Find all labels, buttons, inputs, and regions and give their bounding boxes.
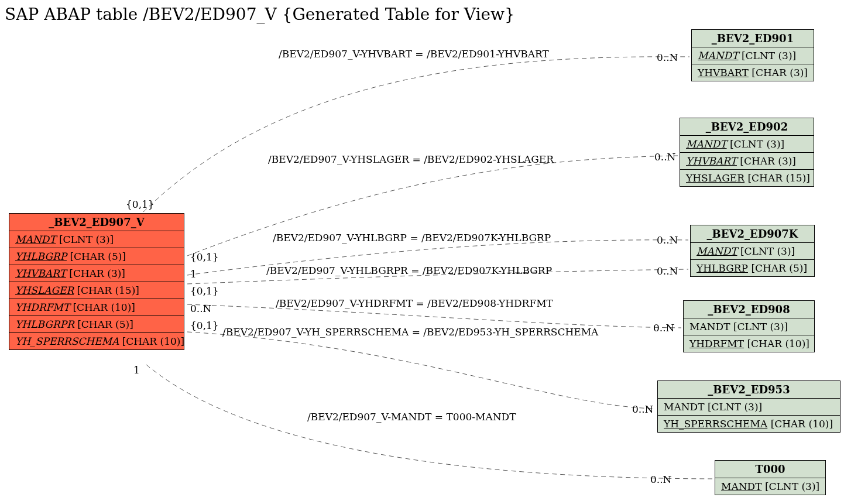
page-title: SAP ABAP table /BEV2/ED907_V {Generated …: [5, 5, 515, 24]
card-source: {0,1}: [190, 251, 219, 263]
entity-header: T000: [715, 461, 825, 478]
edge-label: /BEV2/ED907_V-YHDRFMT = /BEV2/ED908-YHDR…: [276, 297, 553, 309]
card-source: 1: [133, 364, 140, 376]
card-target: 0..N: [650, 474, 672, 485]
entity-row: YH_SPERRSCHEMA [CHAR (10)]: [658, 416, 840, 432]
card-source: {0,1}: [190, 320, 219, 331]
edge-label: /BEV2/ED907_V-MANDT = T000-MANDT: [307, 411, 516, 423]
card-target: 0..N: [657, 265, 678, 277]
entity-header: _BEV2_ED908: [684, 301, 814, 318]
entity-row: MANDT [CLNT (3)]: [658, 399, 840, 416]
card-source: {0,1}: [190, 285, 219, 297]
entity-ed908: _BEV2_ED908 MANDT [CLNT (3)] YHDRFMT [CH…: [683, 300, 815, 352]
entity-main-row: YHLBGRP [CHAR (5)]: [9, 248, 184, 265]
entity-ed907k: _BEV2_ED907K MANDT [CLNT (3)] YHLBGRP [C…: [690, 225, 815, 277]
entity-ed902: _BEV2_ED902 MANDT [CLNT (3)] YHVBART [CH…: [680, 118, 814, 187]
entity-main-row: MANDT [CLNT (3)]: [9, 231, 184, 248]
entity-row: MANDT [CLNT (3)]: [691, 243, 814, 260]
card-source: {0,1}: [126, 198, 155, 210]
entity-ed901: _BEV2_ED901 MANDT [CLNT (3)] YHVBART [CH…: [691, 29, 814, 81]
card-source: 0..N: [190, 303, 212, 314]
entity-row: MANDT [CLNT (3)]: [680, 136, 814, 153]
entity-header: _BEV2_ED907K: [691, 225, 814, 243]
entity-main-row: YH_SPERRSCHEMA [CHAR (10)]: [9, 333, 184, 349]
entity-row: YHVBART [CHAR (3)]: [692, 64, 814, 81]
card-source: 1: [190, 268, 197, 280]
edge-label: /BEV2/ED907_V-YHLBGRPR = /BEV2/ED907K-YH…: [266, 265, 552, 276]
entity-main-row: YHVBART [CHAR (3)]: [9, 265, 184, 282]
entity-main-header: _BEV2_ED907_V: [9, 214, 184, 231]
entity-row: YHVBART [CHAR (3)]: [680, 153, 814, 170]
entity-header: _BEV2_ED953: [658, 381, 840, 399]
edge-label: /BEV2/ED907_V-YHSLAGER = /BEV2/ED902-YHS…: [268, 153, 554, 165]
entity-header: _BEV2_ED901: [692, 30, 814, 47]
entity-row: MANDT [CLNT (3)]: [692, 47, 814, 64]
entity-main-row: YHDRFMT [CHAR (10)]: [9, 299, 184, 316]
entity-main: _BEV2_ED907_V MANDT [CLNT (3)] YHLBGRP […: [9, 213, 184, 350]
entity-ed953: _BEV2_ED953 MANDT [CLNT (3)] YH_SPERRSCH…: [657, 380, 840, 433]
edge-label: /BEV2/ED907_V-YHLBGRP = /BEV2/ED907K-YHL…: [273, 232, 551, 244]
entity-row: YHLBGRP [CHAR (5)]: [691, 260, 814, 276]
entity-t000: T000 MANDT [CLNT (3)]: [715, 460, 826, 495]
entity-row: MANDT [CLNT (3)]: [684, 318, 814, 335]
entity-main-row: YHSLAGER [CHAR (15)]: [9, 282, 184, 299]
entity-main-row: YHLBGRPR [CHAR (5)]: [9, 316, 184, 333]
entity-header: _BEV2_ED902: [680, 118, 814, 136]
card-target: 0..N: [632, 403, 654, 415]
card-target: 0..N: [657, 52, 678, 63]
entity-row: MANDT [CLNT (3)]: [715, 478, 825, 495]
card-target: 0..N: [657, 234, 678, 246]
edge-label: /BEV2/ED907_V-YH_SPERRSCHEMA = /BEV2/ED9…: [222, 326, 598, 338]
card-target: 0..N: [654, 151, 676, 163]
edge-label: /BEV2/ED907_V-YHVBART = /BEV2/ED901-YHVB…: [279, 48, 549, 60]
card-target: 0..N: [653, 322, 675, 334]
entity-row: YHSLAGER [CHAR (15)]: [680, 170, 814, 186]
entity-row: YHDRFMT [CHAR (10)]: [684, 335, 814, 352]
